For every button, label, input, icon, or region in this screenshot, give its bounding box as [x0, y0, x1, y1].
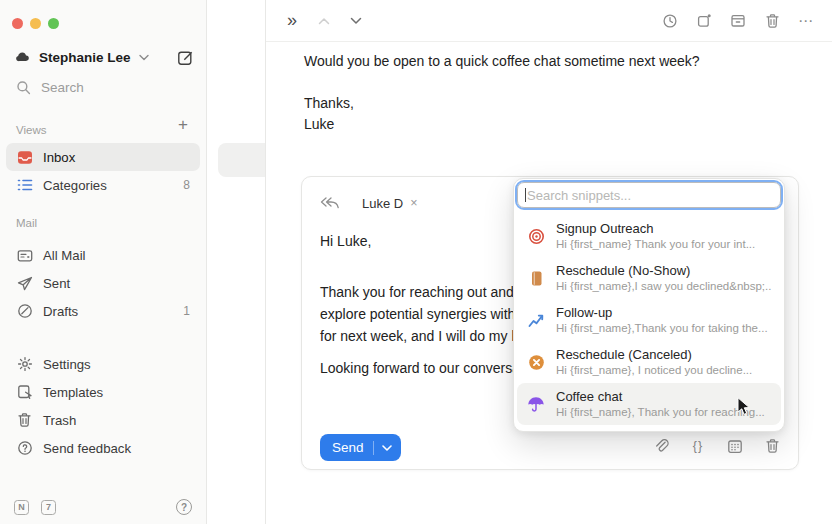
drafts-icon — [16, 303, 33, 320]
snippet-title: Reschedule (No-Show) — [556, 263, 771, 279]
snippet-item-signup-outreach[interactable]: Signup Outreach Hi {first_name} Thank yo… — [517, 215, 781, 257]
snippet-title: Coffee chat — [556, 389, 765, 405]
drafts-count: 1 — [183, 304, 190, 318]
sidebar-item-label: Send feedback — [43, 441, 131, 456]
sidebar-item-label: Settings — [43, 357, 91, 372]
snooze-button[interactable] — [658, 9, 682, 33]
remove-recipient-button[interactable]: × — [410, 196, 417, 210]
sidebar: Stephanie Lee Search Views + Inbox — [0, 0, 207, 524]
add-view-button[interactable]: + — [174, 116, 192, 134]
mail-section-label: Mail — [16, 217, 37, 229]
snippet-preview: Hi {first_name},Thank you for taking the… — [556, 321, 768, 336]
text-caret — [525, 188, 526, 202]
snippet-preview: Hi {first_name} Thank you for your int..… — [556, 237, 755, 252]
trend-arrow-icon — [527, 311, 545, 329]
discard-draft-button[interactable] — [760, 434, 784, 458]
avatar — [14, 49, 31, 66]
sidebar-item-drafts[interactable]: Drafts 1 — [6, 297, 200, 325]
more-actions-button[interactable]: ⋯ — [794, 9, 818, 33]
sidebar-item-all-mail[interactable]: All Mail — [6, 241, 200, 269]
snippet-list: Signup Outreach Hi {first_name} Thank yo… — [517, 215, 781, 425]
thread-toolbar: » ⋯ — [266, 0, 832, 42]
all-mail-icon — [16, 247, 33, 264]
umbrella-icon — [527, 395, 545, 413]
inbox-icon — [16, 149, 33, 166]
sidebar-item-label: All Mail — [43, 248, 86, 263]
thread-list-column — [208, 0, 265, 524]
search-placeholder: Search — [41, 80, 84, 95]
chevron-down-icon — [139, 54, 149, 61]
notebook-icon — [527, 269, 545, 287]
cancel-circle-icon — [527, 353, 545, 371]
snippet-title: Signup Outreach — [556, 221, 755, 237]
sidebar-item-sent[interactable]: Sent — [6, 269, 200, 297]
trash-icon — [16, 412, 33, 429]
mouse-cursor — [737, 397, 752, 417]
message-line: Luke — [304, 114, 700, 135]
message-line: Would you be open to a quick coffee chat… — [304, 51, 700, 72]
minimize-window-button[interactable] — [30, 18, 41, 29]
gear-icon — [16, 356, 33, 373]
snippet-item-reschedule-no-show[interactable]: Reschedule (No-Show) Hi {first_name},I s… — [517, 257, 781, 299]
snippet-item-reschedule-canceled[interactable]: Reschedule (Canceled) Hi {first_name}, I… — [517, 341, 781, 383]
sidebar-item-label: Drafts — [43, 304, 78, 319]
calendar-insert-button[interactable] — [723, 434, 747, 458]
snippet-preview: Hi {first_name},I saw you declined&nbsp;… — [556, 279, 771, 294]
close-window-button[interactable] — [12, 18, 23, 29]
sidebar-item-templates[interactable]: Templates — [6, 378, 200, 406]
target-icon — [527, 227, 545, 245]
user-name: Stephanie Lee — [39, 50, 131, 65]
attach-file-button[interactable] — [649, 434, 673, 458]
sidebar-item-inbox[interactable]: Inbox — [6, 143, 200, 171]
move-to-button[interactable] — [692, 9, 716, 33]
sidebar-item-trash[interactable]: Trash — [6, 406, 200, 434]
sidebar-item-send-feedback[interactable]: Send feedback — [6, 434, 200, 462]
sidebar-item-label: Trash — [43, 413, 76, 428]
window-controls — [12, 18, 59, 29]
previous-thread-button[interactable] — [312, 9, 336, 33]
send-button-label: Send — [332, 440, 373, 455]
recipient-chip[interactable]: Luke D × — [362, 196, 418, 211]
message-body: Would you be open to a quick coffee chat… — [304, 51, 700, 135]
templates-icon — [16, 384, 33, 401]
mail-app-window: Stephanie Lee Search Views + Inbox — [0, 0, 832, 524]
snippets-popup: Signup Outreach Hi {first_name} Thank yo… — [513, 178, 785, 432]
send-plane-icon — [16, 275, 33, 292]
search-input[interactable]: Search — [16, 80, 84, 95]
search-icon — [16, 80, 31, 95]
reply-all-icon — [320, 197, 340, 209]
sidebar-item-label: Inbox — [43, 150, 75, 165]
collapse-pane-button[interactable]: » — [280, 9, 304, 33]
sidebar-item-label: Templates — [43, 385, 103, 400]
snippet-item-follow-up[interactable]: Follow-up Hi {first_name},Thank you for … — [517, 299, 781, 341]
views-section-label: Views — [16, 124, 46, 136]
help-button[interactable]: ? — [176, 499, 192, 515]
sidebar-item-label: Sent — [43, 276, 70, 291]
snippet-variables-button[interactable]: {} — [686, 434, 710, 458]
trash-button[interactable] — [760, 9, 784, 33]
question-circle-icon — [16, 440, 33, 457]
categories-icon — [16, 177, 33, 194]
snippet-title: Follow-up — [556, 305, 768, 321]
categories-count: 8 — [183, 178, 190, 192]
sidebar-item-settings[interactable]: Settings — [6, 350, 200, 378]
snippet-preview: Hi {first_name}, I noticed you decline..… — [556, 363, 752, 378]
selected-thread-peek[interactable] — [218, 143, 265, 177]
snippet-preview: Hi {first_name}, Thank you for reaching.… — [556, 405, 765, 420]
zoom-window-button[interactable] — [48, 18, 59, 29]
snippet-title: Reschedule (Canceled) — [556, 347, 752, 363]
account-switcher[interactable]: Stephanie Lee — [14, 46, 194, 68]
snippet-search-input[interactable] — [517, 182, 781, 208]
sidebar-item-categories[interactable]: Categories 8 — [6, 171, 200, 199]
calendar-app-icon[interactable]: 7 — [41, 500, 56, 515]
composer-tools: {} — [649, 434, 784, 458]
compose-button[interactable] — [177, 49, 194, 66]
notes-app-icon[interactable]: N — [14, 500, 29, 515]
message-line: Thanks, — [304, 93, 700, 114]
send-button[interactable]: Send — [320, 434, 401, 461]
sidebar-footer: N 7 ? — [14, 499, 192, 515]
sidebar-item-label: Categories — [43, 178, 107, 193]
next-thread-button[interactable] — [344, 9, 368, 33]
archive-button[interactable] — [726, 9, 750, 33]
send-options-caret[interactable] — [374, 445, 392, 451]
